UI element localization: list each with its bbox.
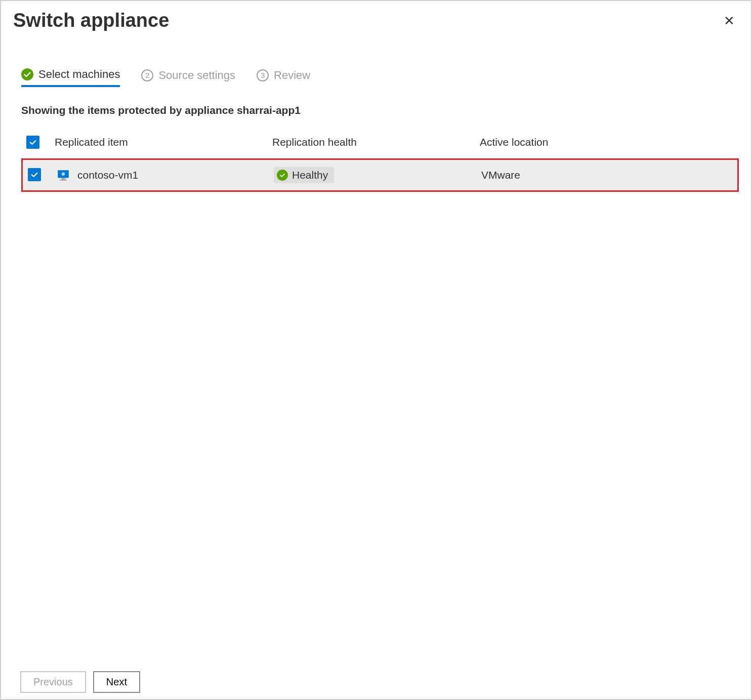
row-checkbox[interactable]	[28, 168, 41, 181]
step-number-icon: 3	[257, 69, 269, 81]
subheading: Showing the items protected by appliance…	[13, 104, 739, 116]
switch-appliance-panel: Switch appliance ✕ Select machines 2 Sou…	[0, 0, 752, 700]
previous-button: Previous	[20, 671, 86, 693]
replicated-item-cell: contoso-vm1	[56, 168, 274, 182]
row-select-cell	[28, 168, 56, 182]
select-all-checkbox[interactable]	[26, 136, 39, 149]
active-location-cell: VMware	[481, 169, 732, 181]
page-title: Switch appliance	[13, 10, 169, 31]
svg-point-4	[62, 172, 65, 176]
svg-rect-2	[62, 178, 65, 179]
check-icon	[21, 68, 33, 80]
svg-rect-3	[60, 179, 67, 180]
step-label: Select machines	[38, 68, 120, 81]
table-header-row: Replicated item Replication health Activ…	[21, 131, 739, 158]
spacer	[13, 192, 739, 664]
check-icon	[277, 170, 288, 181]
step-number-icon: 2	[141, 69, 153, 81]
close-icon: ✕	[724, 13, 735, 28]
wizard-footer: Previous Next	[13, 664, 739, 693]
machines-table: Replicated item Replication health Activ…	[13, 131, 739, 192]
highlighted-row-frame: contoso-vm1 Healthy VMware	[21, 158, 739, 192]
step-label: Source settings	[158, 69, 235, 82]
svg-point-0	[21, 68, 33, 80]
select-all-cell	[26, 136, 55, 149]
step-label: Review	[274, 69, 310, 82]
wizard-steps: Select machines 2 Source settings 3 Revi…	[13, 68, 739, 87]
step-source-settings[interactable]: 2 Source settings	[141, 69, 235, 86]
vm-name: contoso-vm1	[77, 169, 138, 181]
step-select-machines[interactable]: Select machines	[21, 68, 120, 87]
vm-icon	[56, 168, 70, 182]
panel-header: Switch appliance ✕	[13, 12, 739, 31]
health-label: Healthy	[292, 169, 328, 181]
step-review[interactable]: 3 Review	[257, 69, 310, 86]
col-active-location: Active location	[480, 136, 734, 148]
health-badge: Healthy	[274, 167, 334, 183]
table-row[interactable]: contoso-vm1 Healthy VMware	[23, 160, 737, 190]
close-button[interactable]: ✕	[720, 12, 739, 29]
replication-health-cell: Healthy	[274, 167, 481, 183]
col-replication-health: Replication health	[272, 136, 480, 148]
next-button[interactable]: Next	[93, 671, 140, 693]
col-replicated-item: Replicated item	[55, 136, 272, 148]
